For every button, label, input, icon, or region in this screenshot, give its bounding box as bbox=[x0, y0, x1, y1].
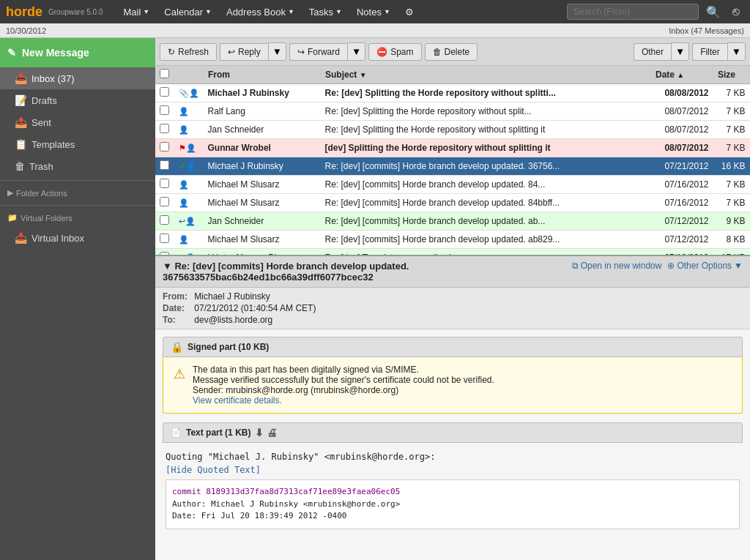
sidebar-item-sent[interactable]: 📤 Sent bbox=[0, 111, 155, 133]
table-row[interactable]: 📎👤 Michael J Rubinsky Re: [dev] Splittin… bbox=[155, 84, 750, 102]
sidebar-item-trash[interactable]: 🗑 Trash bbox=[0, 155, 155, 177]
forward-dropdown-button[interactable]: ▼ bbox=[347, 42, 365, 61]
sidebar-item-templates[interactable]: 📋 Templates bbox=[0, 133, 155, 155]
sidebar-item-virtual-inbox[interactable]: 📥 Virtual Inbox bbox=[0, 227, 155, 249]
row-checkbox-cell[interactable] bbox=[155, 176, 174, 194]
settings-button[interactable]: ⚙ bbox=[399, 4, 420, 20]
reply-button[interactable]: ↩ Reply bbox=[220, 43, 268, 61]
row-date[interactable]: 08/07/2012 bbox=[651, 102, 713, 121]
nav-calendar[interactable]: Calendar ▼ bbox=[158, 4, 218, 20]
spam-button[interactable]: ⛔ Spam bbox=[368, 43, 421, 61]
row-from[interactable]: Michael M Slusarz bbox=[204, 231, 321, 249]
row-checkbox[interactable] bbox=[160, 179, 169, 188]
row-checkbox-cell[interactable] bbox=[155, 139, 174, 157]
col-header-size[interactable]: Size bbox=[713, 66, 750, 84]
row-checkbox-cell[interactable] bbox=[155, 231, 174, 249]
nav-tasks[interactable]: Tasks ▼ bbox=[303, 4, 348, 20]
print-icon[interactable]: 🖨 bbox=[267, 427, 277, 438]
folder-actions-section[interactable]: ▶ Folder Actions bbox=[0, 184, 155, 202]
row-from[interactable]: Gunnar Wrobel bbox=[204, 139, 321, 157]
row-checkbox[interactable] bbox=[160, 142, 169, 152]
row-checkbox[interactable] bbox=[160, 197, 169, 206]
nav-mail[interactable]: Mail ▼ bbox=[118, 4, 156, 20]
row-subject[interactable]: Re: [dev] [commits] Horde branch develop… bbox=[321, 212, 651, 231]
row-checkbox-cell[interactable] bbox=[155, 157, 174, 176]
sidebar-item-drafts[interactable]: 📝 Drafts bbox=[0, 89, 155, 111]
row-checkbox[interactable] bbox=[160, 234, 169, 243]
row-subject[interactable]: [dev] Splitting the Horde repository wit… bbox=[321, 139, 651, 157]
row-checkbox[interactable] bbox=[160, 160, 169, 170]
row-from[interactable]: Jan Schneider bbox=[204, 212, 321, 231]
row-checkbox[interactable] bbox=[160, 215, 169, 225]
row-date[interactable]: 07/12/2012 bbox=[651, 231, 713, 249]
row-from[interactable]: Michael J Rubinsky bbox=[204, 157, 321, 176]
row-date[interactable]: 07/16/2012 bbox=[651, 194, 713, 212]
row-checkbox-cell[interactable] bbox=[155, 194, 174, 212]
table-row[interactable]: ↪👤 Héctor Moreno Blanco Re: [dev] Templa… bbox=[155, 249, 750, 257]
other-button[interactable]: Other bbox=[634, 43, 671, 61]
new-message-button[interactable]: ✎ New Message bbox=[0, 38, 155, 67]
open-in-new-window-button[interactable]: ⧉ Open in new window bbox=[572, 261, 662, 271]
table-row[interactable]: ↩👤 Jan Schneider Re: [dev] [commits] Hor… bbox=[155, 212, 750, 231]
hide-quoted-link[interactable]: [Hide Quoted Text] bbox=[166, 465, 261, 475]
row-checkbox-cell[interactable] bbox=[155, 212, 174, 231]
other-dropdown-button[interactable]: ▼ bbox=[671, 42, 689, 61]
col-header-subject[interactable]: Subject ▼ bbox=[321, 66, 651, 84]
row-checkbox[interactable] bbox=[160, 124, 169, 133]
row-subject[interactable]: Re: [dev] Splitting the Horde repository… bbox=[321, 102, 651, 121]
delete-button[interactable]: 🗑 Delete bbox=[425, 43, 478, 61]
select-all-checkbox[interactable] bbox=[160, 69, 169, 78]
row-subject[interactable]: Re: [dev] Template new applications bbox=[321, 249, 651, 257]
row-subject[interactable]: Re: [dev] Splitting the Horde repository… bbox=[321, 84, 651, 102]
row-checkbox-cell[interactable] bbox=[155, 249, 174, 257]
view-cert-link[interactable]: View certificate details. bbox=[193, 395, 282, 406]
row-checkbox[interactable] bbox=[160, 105, 169, 115]
row-checkbox[interactable] bbox=[160, 87, 169, 97]
forward-button[interactable]: ↪ Forward bbox=[289, 43, 347, 61]
table-row[interactable]: 👤 Ralf Lang Re: [dev] Splitting the Hord… bbox=[155, 102, 750, 121]
reply-dropdown-button[interactable]: ▼ bbox=[268, 42, 286, 61]
row-from[interactable]: Michael J Rubinsky bbox=[204, 84, 321, 102]
row-date[interactable]: 07/16/2012 bbox=[651, 176, 713, 194]
signed-part-header[interactable]: 🔒 Signed part (10 KB) bbox=[163, 337, 743, 357]
table-row[interactable]: 👤 Michael M Slusarz Re: [dev] [commits] … bbox=[155, 176, 750, 194]
row-checkbox-cell[interactable] bbox=[155, 84, 174, 102]
row-date[interactable]: 08/07/2012 bbox=[651, 121, 713, 139]
row-date[interactable]: 08/07/2012 bbox=[651, 139, 713, 157]
row-date[interactable]: 07/21/2012 bbox=[651, 157, 713, 176]
filter-dropdown-button[interactable]: ▼ bbox=[727, 42, 746, 61]
sidebar-item-inbox[interactable]: 📥 Inbox (37) bbox=[0, 67, 155, 89]
search-button[interactable]: 🔍 bbox=[702, 2, 725, 22]
row-from[interactable]: Michael M Slusarz bbox=[204, 194, 321, 212]
row-subject[interactable]: Re: [dev] [commits] Horde branch develop… bbox=[321, 194, 651, 212]
table-row[interactable]: ⚑👤 Gunnar Wrobel [dev] Splitting the Hor… bbox=[155, 139, 750, 157]
row-checkbox-cell[interactable] bbox=[155, 121, 174, 139]
nav-notes[interactable]: Notes ▼ bbox=[351, 4, 396, 20]
table-row[interactable]: 👤 Jan Schneider Re: [dev] Splitting the … bbox=[155, 121, 750, 139]
row-from[interactable]: Ralf Lang bbox=[204, 102, 321, 121]
row-subject[interactable]: Re: [dev] Splitting the Horde repository… bbox=[321, 121, 651, 139]
table-row[interactable]: 👤 Michael M Slusarz Re: [dev] [commits] … bbox=[155, 194, 750, 212]
other-options-button[interactable]: ⊕ Other Options ▼ bbox=[667, 261, 743, 271]
virtual-folders-section[interactable]: 📁 Virtual Folders bbox=[0, 209, 155, 227]
row-from[interactable]: Héctor Moreno Blanco bbox=[204, 249, 321, 257]
search-input[interactable] bbox=[567, 4, 699, 20]
table-row[interactable]: 👤 Michael M Slusarz Re: [dev] [commits] … bbox=[155, 231, 750, 249]
nav-address-book[interactable]: Address Book ▼ bbox=[220, 4, 300, 20]
filter-button[interactable]: Filter bbox=[692, 43, 727, 61]
col-header-from[interactable]: From bbox=[204, 66, 321, 84]
row-date[interactable]: 08/08/2012 bbox=[651, 84, 713, 102]
row-checkbox-cell[interactable] bbox=[155, 102, 174, 121]
row-from[interactable]: Jan Schneider bbox=[204, 121, 321, 139]
refresh-button[interactable]: ↻ Refresh bbox=[160, 43, 217, 61]
row-date[interactable]: 07/10/2012 bbox=[651, 249, 713, 257]
row-date[interactable]: 07/12/2012 bbox=[651, 212, 713, 231]
logout-button[interactable]: ⎋ bbox=[728, 2, 744, 21]
row-subject[interactable]: Re: [dev] [commits] Horde branch develop… bbox=[321, 231, 651, 249]
row-subject[interactable]: Re: [dev] [commits] Horde branch develop… bbox=[321, 157, 651, 176]
row-from[interactable]: Michael M Slusarz bbox=[204, 176, 321, 194]
row-subject[interactable]: Re: [dev] [commits] Horde branch develop… bbox=[321, 176, 651, 194]
text-part-header[interactable]: 📄 Text part (1 KB) ⬇ 🖨 bbox=[163, 422, 743, 443]
table-row[interactable]: ✓👤 Michael J Rubinsky Re: [dev] [commits… bbox=[155, 157, 750, 176]
col-header-check[interactable] bbox=[155, 66, 174, 84]
